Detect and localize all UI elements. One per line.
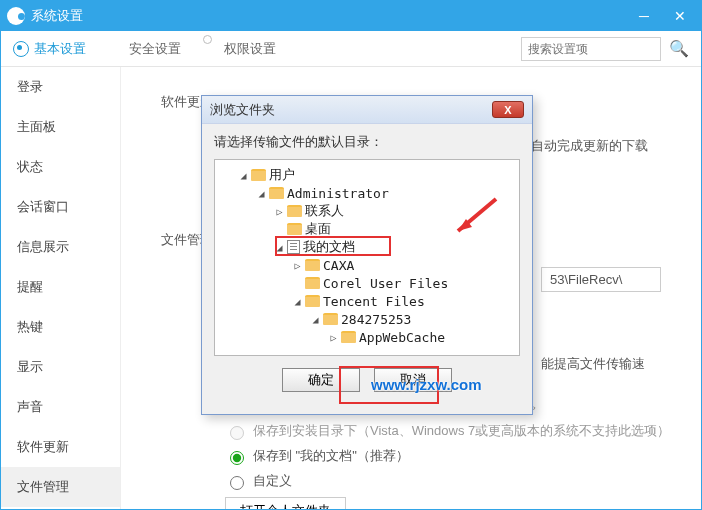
radio-label: 自定义 (253, 472, 292, 490)
qq-logo-icon (7, 7, 25, 25)
tree-node-tencent[interactable]: ◢Tencent Files (293, 292, 513, 310)
sidebar-item-display[interactable]: 显示 (1, 347, 120, 387)
folder-icon (341, 331, 356, 343)
tree-node-contacts[interactable]: ▷联系人 (275, 202, 513, 220)
documents-icon (287, 240, 300, 254)
folder-tree[interactable]: ◢用户 ◢Administrator ▷联系人 桌面 ◢我的文档 ▷CAXA C… (214, 159, 520, 356)
radio-label: 保存到 "我的文档"（推荐） (253, 447, 409, 465)
radio-label: 保存到安装目录下（Vista、Windows 7或更高版本的系统不支持此选项） (253, 422, 670, 440)
radio-input[interactable] (230, 451, 244, 465)
tab-permission-settings[interactable]: 权限设置 (203, 31, 276, 67)
tree-node-284275253[interactable]: ◢284275253 (311, 310, 513, 328)
radio-input (230, 426, 244, 440)
tree-node-my-documents[interactable]: ◢我的文档 (275, 238, 513, 256)
folder-icon (305, 277, 320, 289)
tree-node-corel[interactable]: Corel User Files (293, 274, 513, 292)
tree-node-appwebcache[interactable]: ▷AppWebCache (329, 328, 513, 346)
open-personal-folder-button[interactable]: 打开个人文件夹 (225, 497, 346, 510)
sidebar-item-file-manage[interactable]: 文件管理 (1, 467, 120, 507)
gear-icon (13, 41, 29, 57)
search-icon[interactable]: 🔍 (669, 39, 689, 58)
dialog-close-button[interactable]: X (492, 101, 524, 118)
dialog-title: 浏览文件夹 (210, 101, 275, 119)
lock-icon (203, 41, 219, 57)
update-hint-text: 自动完成更新的下载 (531, 137, 648, 155)
window-title: 系统设置 (31, 7, 623, 25)
sidebar-item-sound[interactable]: 声音 (1, 387, 120, 427)
dialog-ok-button[interactable]: 确定 (282, 368, 360, 392)
sidebar-item-status[interactable]: 状态 (1, 147, 120, 187)
radio-install-dir[interactable]: 保存到安装目录下（Vista、Windows 7或更高版本的系统不支持此选项） (225, 422, 685, 440)
search-input[interactable] (521, 37, 661, 61)
radio-custom[interactable]: 自定义 (225, 472, 685, 490)
tab-label: 安全设置 (129, 40, 181, 58)
speed-hint-text: 能提高文件传输速 (541, 355, 645, 373)
folder-icon (269, 187, 284, 199)
sidebar-item-chatwindow[interactable]: 会话窗口 (1, 187, 120, 227)
tree-node-admin[interactable]: ◢Administrator (257, 184, 513, 202)
tree-node-desktop[interactable]: 桌面 (275, 220, 513, 238)
top-tabbar: 基本设置 安全设置 权限设置 🔍 (1, 31, 701, 67)
folder-icon (251, 169, 266, 181)
sidebar: 登录 主面板 状态 会话窗口 信息展示 提醒 热键 显示 声音 软件更新 文件管… (1, 67, 121, 510)
folder-icon (287, 205, 302, 217)
tab-basic-settings[interactable]: 基本设置 (13, 31, 86, 67)
folder-icon (305, 259, 320, 271)
tab-label: 基本设置 (34, 40, 86, 58)
radio-my-docs[interactable]: 保存到 "我的文档"（推荐） (225, 447, 685, 465)
tree-node-caxa[interactable]: ▷CAXA (293, 256, 513, 274)
tab-security-settings[interactable]: 安全设置 (108, 31, 181, 67)
sidebar-item-alerts[interactable]: 提醒 (1, 267, 120, 307)
sidebar-item-update[interactable]: 软件更新 (1, 427, 120, 467)
close-button[interactable]: ✕ (665, 5, 695, 27)
dialog-cancel-button[interactable]: 取消 (374, 368, 452, 392)
tree-node-users[interactable]: ◢用户 (239, 166, 513, 184)
sidebar-item-mainpanel[interactable]: 主面板 (1, 107, 120, 147)
titlebar: 系统设置 ─ ✕ (1, 1, 701, 31)
browse-folder-dialog: 浏览文件夹 X 请选择传输文件的默认目录： ◢用户 ◢Administrator… (201, 95, 533, 415)
folder-icon (323, 313, 338, 325)
path-box[interactable]: 53\FileRecv\ (541, 267, 661, 292)
dialog-instruction: 请选择传输文件的默认目录： (214, 134, 520, 151)
folder-icon (305, 295, 320, 307)
minimize-button[interactable]: ─ (629, 5, 659, 27)
folder-icon (287, 223, 302, 235)
tab-label: 权限设置 (224, 40, 276, 58)
sidebar-item-info-display[interactable]: 信息展示 (1, 227, 120, 267)
settings-window: 系统设置 ─ ✕ 基本设置 安全设置 权限设置 🔍 登录 主面板 状态 会话窗口… (0, 0, 702, 510)
sidebar-item-hotkey[interactable]: 热键 (1, 307, 120, 347)
shield-icon (108, 41, 124, 57)
sidebar-item-login[interactable]: 登录 (1, 67, 120, 107)
radio-input[interactable] (230, 476, 244, 490)
